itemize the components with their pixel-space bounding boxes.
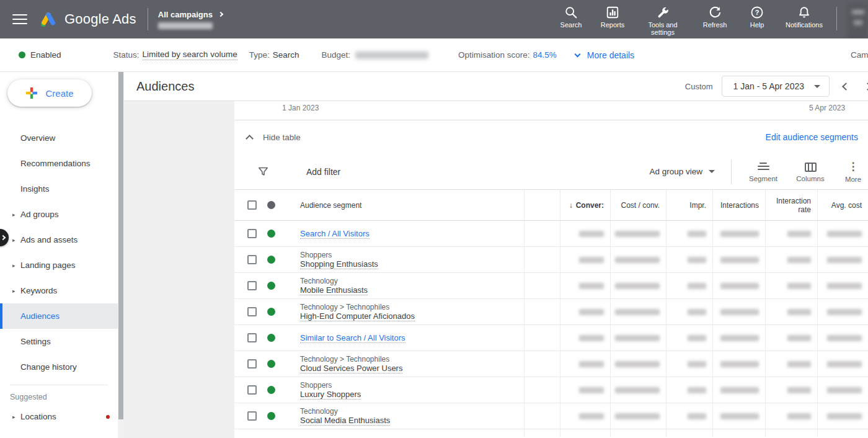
table-toggle-row: Hide table Edit audience segments [234,120,868,154]
hide-table-button[interactable]: Hide table [247,133,301,142]
enabled-label: Enabled [30,50,61,60]
column-audience-segment[interactable]: Audience segment [300,201,361,210]
audience-segment-link[interactable]: Search / All Visitors [300,229,370,238]
previous-period-button[interactable] [842,83,850,91]
cell-redacted [765,247,817,272]
search-button[interactable]: Search [551,6,591,38]
table-header-row: Audience segment ↓Conver: Cost / conv. I… [234,189,868,221]
create-button[interactable]: Create [7,79,92,107]
audience-segment-name[interactable]: Cloud Services Power Users [300,364,402,373]
spacer-column [524,190,560,220]
next-period-button[interactable] [864,83,868,91]
column-interaction-rate[interactable]: Interaction rate [765,190,817,220]
help-button[interactable]: ? Help [738,6,776,38]
audience-segment-name[interactable]: Luxury Shoppers [300,390,361,400]
date-range-selector[interactable]: 1 Jan - 5 Apr 2023 [722,76,830,97]
expand-arrow-icon: ▸ [12,262,16,268]
cell-redacted [560,299,610,324]
column-avg-cost[interactable]: Avg. cost [817,190,868,220]
add-filter-button[interactable]: Add filter [306,167,340,177]
breadcrumb-label[interactable]: All campaigns [158,10,213,19]
svg-text:?: ? [755,9,760,16]
cell-redacted [765,273,817,298]
sidebar-scrollbar[interactable] [118,72,124,438]
cell-redacted [817,221,868,246]
segment-button[interactable]: Segment [745,161,781,182]
notifications-button[interactable]: Notifications [776,6,833,38]
audience-segment-name[interactable]: Social Media Enthusiasts [300,416,390,426]
optimisation-label: Optimisation score: [458,50,530,60]
expand-arrow-icon: ▸ [12,236,16,243]
cell-redacted [765,221,817,246]
row-checkbox[interactable] [247,281,257,290]
reports-button[interactable]: Reports [591,6,634,38]
budget-value-redacted [355,51,428,59]
row-checkbox[interactable] [247,333,257,342]
cell-redacted [712,351,765,377]
column-conversions[interactable]: ↓Conver: [560,190,610,220]
column-interactions[interactable]: Interactions [712,190,765,220]
sidebar-item-recommendations[interactable]: Recommendations [0,151,118,176]
row-checkbox[interactable] [247,411,257,421]
sidebar-item-ad-groups[interactable]: ▸Ad groups [0,202,118,227]
status-filter-dot[interactable] [267,201,275,209]
scrollbar-thumb[interactable] [118,72,123,419]
audience-segment-link[interactable]: Similar to Search / All Visitors [300,333,405,342]
row-checkbox[interactable] [247,359,257,369]
row-checkbox[interactable] [247,307,257,316]
audience-segment-name[interactable]: Shopping Enthusiasts [300,259,378,269]
axis-start-label: 1 Jan 2023 [282,104,319,112]
status-value[interactable]: Limited by search volume [143,50,237,60]
segment-category: Technology [300,407,390,416]
refresh-button[interactable]: Refresh [691,6,738,38]
audience-segment-name[interactable]: High-End Computer Aficionados [300,311,415,321]
cell-redacted [610,351,666,377]
sidebar-item-overview[interactable]: Overview [0,125,118,151]
sidebar-item-ads-and-assets[interactable]: ▸Ads and assets [0,227,118,253]
sidebar-item-change-history[interactable]: Change history [0,354,118,380]
select-all-checkbox[interactable] [247,200,257,210]
sidebar-item-insights[interactable]: Insights [0,176,118,202]
columns-icon [805,163,817,172]
cell-redacted [712,221,765,246]
view-selector[interactable]: Ad group view [649,167,715,176]
edit-audience-segments-link[interactable]: Edit audience segments [766,132,858,142]
expand-arrow-icon: ▸ [12,287,16,293]
cell-redacted [712,377,765,403]
columns-button[interactable]: Columns [792,161,828,182]
filter-icon[interactable] [257,166,269,177]
sidebar-item-keywords[interactable]: ▸Keywords [0,278,118,303]
bell-icon [797,6,811,19]
account-info-redacted[interactable] [848,4,868,40]
cell-redacted [712,273,765,298]
breadcrumb[interactable]: All campaigns [158,10,223,29]
table-row: Technology > Technophiles High-End Compu… [234,299,868,325]
tools-settings-button[interactable]: Tools and settings [634,6,691,38]
row-checkbox[interactable] [247,229,257,238]
more-details-button[interactable]: More details [575,50,634,60]
row-checkbox[interactable] [247,255,257,264]
enabled-status-dot [267,334,275,342]
cell-redacted [817,299,868,324]
audience-segment-name[interactable]: Mobile Enthusiasts [300,285,368,295]
sidebar-item-landing-pages[interactable]: ▸Landing pages [0,253,118,278]
column-cost-per-conv[interactable]: Cost / conv. [610,190,666,220]
sidebar-item-settings[interactable]: Settings [0,329,118,354]
wrench-icon [656,6,670,19]
row-checkbox[interactable] [247,385,257,395]
sidebar-item-locations[interactable]: ▸Locations [0,404,118,429]
enabled-status-dot [267,230,275,238]
menu-icon[interactable] [12,11,27,27]
sidebar-item-audiences[interactable]: Audiences [0,303,118,329]
sidebar-item-ad-schedule[interactable]: ▸Ad schedule [0,429,118,438]
cell-redacted [610,247,666,272]
secondary-panel [124,101,234,438]
top-nav: Search Reports Tools and settings Refres… [551,0,837,38]
cell-redacted [666,403,712,429]
table-row: Technology > Technophiles Cloud Services… [234,351,868,377]
column-impressions[interactable]: Impr. [666,190,712,220]
cell-redacted [610,273,666,298]
cell-redacted [666,351,712,377]
more-button[interactable]: ⋮ More [839,161,867,183]
cell-redacted [610,325,666,351]
